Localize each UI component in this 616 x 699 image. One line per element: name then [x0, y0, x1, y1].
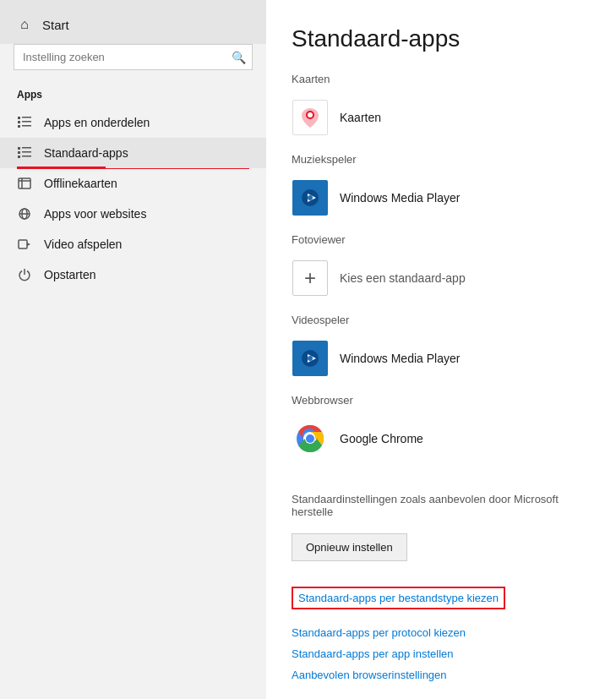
app-name-webbrowser: Google Chrome: [340, 432, 423, 445]
svg-marker-19: [27, 243, 30, 246]
reset-button[interactable]: Opnieuw instellen: [292, 533, 407, 561]
svg-rect-9: [22, 151, 31, 153]
svg-rect-4: [18, 125, 20, 128]
svg-rect-10: [18, 156, 20, 158]
link-app-instellen[interactable]: Standaard-apps per app instellen: [292, 647, 591, 660]
link-bestandstype[interactable]: Standaard-apps per bestandstype kiezen: [292, 587, 505, 609]
sidebar-item-apps-label: Apps en onderdelen: [44, 116, 150, 129]
sidebar-item-opstarten-label: Opstarten: [44, 268, 95, 281]
power-icon: [17, 268, 32, 281]
sidebar-item-video-afspelen[interactable]: Video afspelen: [0, 229, 266, 259]
app-row-kaarten[interactable]: Kaarten: [292, 94, 591, 141]
svg-rect-2: [18, 121, 20, 123]
app-row-videospeler[interactable]: Windows Media Player: [292, 335, 591, 382]
svg-point-30: [308, 356, 313, 361]
maps-app-icon: [292, 100, 328, 135]
plus-icon: +: [292, 260, 328, 296]
section-label-muziekspeler: Muziekspeler: [292, 153, 591, 166]
sidebar-item-apps-en-onderdelen[interactable]: Apps en onderdelen: [0, 107, 266, 138]
section-label-kaarten: Kaarten: [292, 73, 591, 85]
reset-section: Standaardinstellingen zoals aanbevolen d…: [292, 476, 591, 561]
video-icon: [17, 238, 32, 251]
app-row-fotoviewer[interactable]: + Kies een standaard-app: [292, 254, 591, 302]
link-browserinstellingen[interactable]: Aanbevolen browserinstellingen: [292, 669, 591, 681]
search-input[interactable]: [14, 44, 253, 70]
app-name-kaarten: Kaarten: [340, 111, 381, 124]
app-name-fotoviewer: Kies een standaard-app: [340, 271, 466, 285]
list-icon-2: [17, 146, 32, 160]
app-row-muziekspeler[interactable]: Windows Media Player: [292, 174, 591, 221]
svg-point-34: [306, 434, 314, 443]
svg-rect-7: [22, 147, 31, 149]
svg-rect-3: [22, 121, 31, 123]
wmp-video-icon: [292, 341, 328, 376]
list-icon: [17, 116, 32, 129]
svg-rect-12: [19, 178, 30, 188]
app-row-webbrowser[interactable]: Google Chrome: [292, 415, 591, 462]
app-name-videospeler: Windows Media Player: [340, 352, 460, 365]
sidebar: ⌂ Start 🔍 Apps Apps en onderdelen Standa…: [0, 0, 266, 699]
app-name-muziekspeler: Windows Media Player: [340, 191, 460, 205]
reset-section-text: Standaardinstellingen zoals aanbevolen d…: [292, 493, 591, 518]
svg-rect-1: [22, 117, 31, 118]
sidebar-item-opstarten[interactable]: Opstarten: [0, 259, 266, 290]
svg-rect-11: [22, 156, 31, 157]
home-icon: ⌂: [17, 17, 32, 32]
globe-icon: [17, 207, 32, 221]
section-label-fotoviewer: Fotoviewer: [292, 233, 591, 246]
sidebar-item-apps-voor-websites[interactable]: Apps voor websites: [0, 199, 266, 229]
search-icon: 🔍: [232, 51, 246, 64]
link-protocol[interactable]: Standaard-apps per protocol kiezen: [292, 626, 591, 639]
wmp-muziek-icon: [292, 180, 328, 216]
main-content: Standaard-apps Kaarten Kaarten Muziekspe…: [266, 0, 616, 699]
svg-rect-8: [18, 151, 20, 154]
links-section: Standaard-apps per bestandstype kiezen S…: [292, 578, 591, 681]
chrome-app-icon: [292, 421, 328, 456]
sidebar-item-standaard-apps[interactable]: Standaard-apps: [0, 138, 266, 168]
search-box-container: 🔍: [14, 44, 253, 70]
svg-point-26: [308, 195, 313, 200]
sidebar-item-video-label: Video afspelen: [44, 238, 122, 251]
sidebar-item-standaard-label: Standaard-apps: [44, 146, 128, 160]
sidebar-item-apps-websites-label: Apps voor websites: [44, 207, 146, 221]
sidebar-start-button[interactable]: ⌂ Start: [0, 0, 266, 44]
svg-rect-5: [22, 125, 31, 127]
svg-rect-6: [18, 147, 20, 150]
section-label-webbrowser: Webbrowser: [292, 394, 591, 407]
apps-section-label: Apps: [0, 84, 266, 107]
sidebar-item-offlinekaarten[interactable]: Offlinekaarten: [0, 168, 266, 199]
sidebar-item-offlinekaarten-label: Offlinekaarten: [44, 177, 117, 190]
start-label: Start: [42, 18, 69, 32]
section-label-videospeler: Videospeler: [292, 314, 591, 326]
svg-point-22: [308, 112, 313, 117]
svg-rect-18: [19, 240, 27, 248]
map-icon: [17, 177, 32, 190]
svg-rect-0: [18, 117, 20, 119]
page-title: Standaard-apps: [292, 25, 591, 52]
